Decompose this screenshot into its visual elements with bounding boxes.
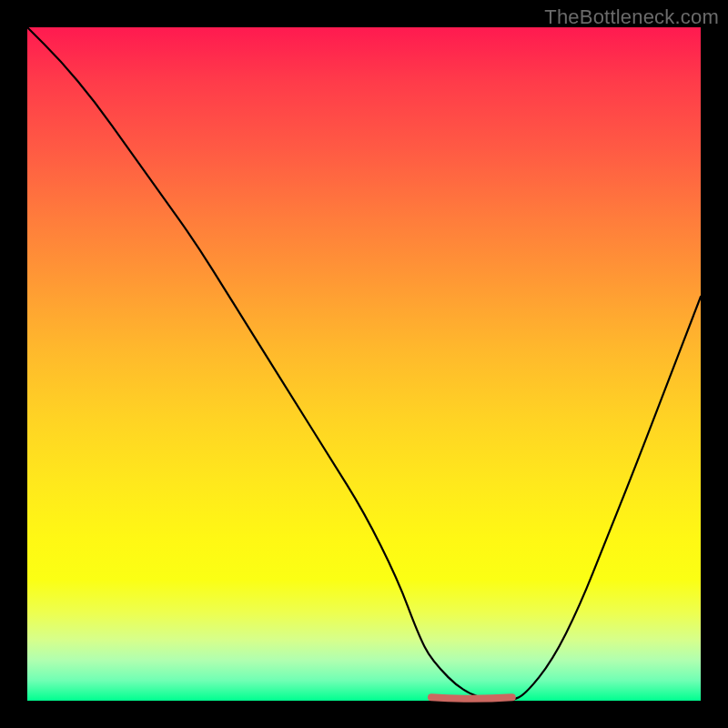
watermark-text: TheBottleneck.com xyxy=(544,5,719,29)
optimal-flat-segment xyxy=(431,697,512,699)
bottleneck-curve xyxy=(27,27,701,701)
chart-plot-area xyxy=(27,27,701,701)
flat-segment-path xyxy=(431,697,512,699)
chart-frame: TheBottleneck.com xyxy=(0,0,728,728)
curve-path xyxy=(27,27,701,701)
chart-svg xyxy=(27,27,701,701)
